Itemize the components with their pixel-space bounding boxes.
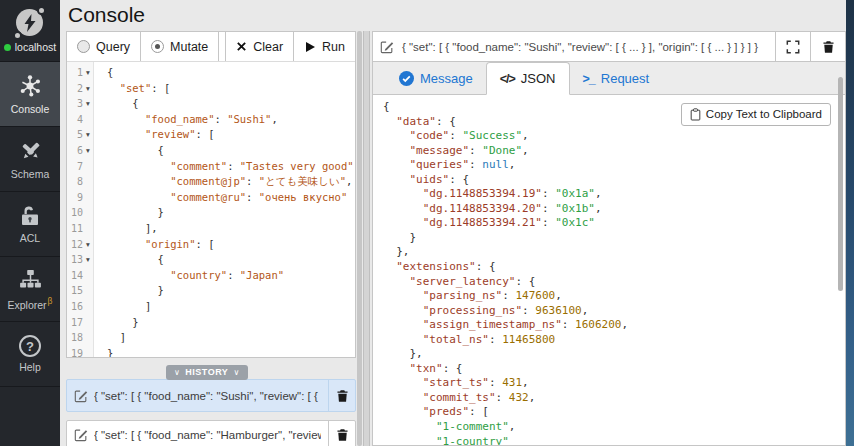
radio-selected-icon bbox=[151, 40, 164, 53]
fold-arrow-icon: ▾ bbox=[83, 65, 93, 81]
code-line: { bbox=[107, 65, 353, 81]
edit-icon bbox=[74, 428, 88, 442]
code-line: { bbox=[107, 252, 353, 268]
gutter-line[interactable]: 1▾ bbox=[67, 65, 93, 81]
sidebar-item-label: ACL bbox=[20, 232, 40, 244]
editor-panel: Query Mutate Clear Run 1▾2▾3▾45▾6▾789101… bbox=[66, 31, 356, 358]
code-line: "preds": [ bbox=[383, 405, 844, 420]
gutter-line: 14 bbox=[67, 268, 93, 284]
code-line: { bbox=[107, 96, 353, 112]
code-line: "1-country" bbox=[383, 435, 844, 445]
dgraph-logo bbox=[14, 8, 46, 38]
delete-history-button[interactable] bbox=[328, 421, 355, 446]
window-edge bbox=[846, 0, 854, 446]
connection-status-dot bbox=[4, 44, 11, 51]
gutter-line: 10 bbox=[67, 205, 93, 221]
gutter-line[interactable]: 5▾ bbox=[67, 127, 93, 143]
code-line: "extensions": { bbox=[383, 260, 844, 275]
code-line: "country": "Japan" bbox=[107, 268, 353, 284]
check-circle-icon bbox=[399, 71, 414, 86]
history-toggle[interactable]: ∨ HISTORY ∨ bbox=[166, 365, 248, 380]
tab-request[interactable]: >_ Request bbox=[570, 63, 663, 94]
sidebar-item-schema[interactable]: Schema bbox=[0, 127, 60, 192]
sidebar-item-explorer[interactable]: Explorerβ bbox=[0, 257, 60, 322]
editor-toolbar: Query Mutate Clear Run bbox=[67, 32, 355, 62]
history-item[interactable]: { "set": [ { "food_name": "Hamburger", "… bbox=[66, 420, 356, 446]
sitemap-icon bbox=[18, 268, 43, 292]
code-line: "total_ns": 11465800 bbox=[383, 333, 844, 348]
code-line: "dg.1148853394.21": "0x1c" bbox=[383, 216, 844, 231]
mutate-mode-button[interactable]: Mutate bbox=[141, 32, 219, 61]
fold-arrow-icon: ▾ bbox=[83, 96, 93, 112]
code-line: "comment": "Tastes very good", bbox=[107, 159, 353, 175]
mutation-editor[interactable]: 1▾2▾3▾45▾6▾789101112▾13▾141516171819 { "… bbox=[67, 62, 355, 357]
gutter-line[interactable]: 13▾ bbox=[67, 252, 93, 268]
response-header: { "set": [ { "food_name": "Sushi", "revi… bbox=[373, 32, 845, 62]
editor-code: { "set": [ { "food_name": "Sushi", "revi… bbox=[94, 62, 355, 357]
clipboard-icon bbox=[690, 108, 701, 121]
gutter-line: 9 bbox=[67, 190, 93, 206]
panel-splitter[interactable] bbox=[356, 31, 372, 446]
edit-icon bbox=[74, 389, 88, 403]
code-line: }, bbox=[383, 245, 844, 260]
query-mode-button[interactable]: Query bbox=[67, 32, 141, 61]
gutter-line: 15 bbox=[67, 283, 93, 299]
gutter-line: 16 bbox=[67, 299, 93, 315]
sidebar-item-connection[interactable]: localhost bbox=[0, 0, 60, 62]
trash-icon bbox=[822, 40, 835, 54]
history-item-text: { "set": [ { "food_name": "Hamburger", "… bbox=[94, 429, 321, 441]
delete-result-button[interactable] bbox=[810, 32, 845, 61]
code-line: "txn": { bbox=[383, 362, 844, 377]
sidebar-item-label: Console bbox=[11, 103, 50, 115]
code-line: "comment@jp": "とても美味しい", bbox=[107, 174, 353, 190]
code-line: "start_ts": 431, bbox=[383, 376, 844, 391]
sidebar-item-console[interactable]: Console bbox=[0, 62, 60, 127]
code-line: } bbox=[107, 205, 353, 221]
code-line: "dg.1148853394.20": "0x1b", bbox=[383, 202, 844, 217]
tab-json[interactable]: </> JSON bbox=[486, 62, 570, 95]
trash-icon bbox=[336, 389, 349, 403]
sidebar-item-label: Help bbox=[19, 361, 41, 373]
fold-arrow-icon: ▾ bbox=[83, 143, 93, 159]
gutter-line: 17 bbox=[67, 315, 93, 331]
clear-x-icon bbox=[236, 41, 247, 52]
tab-message[interactable]: Message bbox=[386, 63, 486, 94]
code-line: "food_name": "Sushi", bbox=[107, 112, 353, 128]
code-line: "commit_ts": 432, bbox=[383, 391, 844, 406]
gutter-line: 7 bbox=[67, 159, 93, 175]
gutter-line: 4 bbox=[67, 112, 93, 128]
gutter-line[interactable]: 3▾ bbox=[67, 96, 93, 112]
code-icon: </> bbox=[500, 72, 515, 86]
copy-to-clipboard-button[interactable]: Copy Text to Clipboard bbox=[681, 103, 831, 126]
code-line: } bbox=[107, 315, 353, 331]
sidebar-item-acl[interactable]: ACL bbox=[0, 192, 60, 257]
page-title: Console bbox=[68, 3, 145, 27]
radio-unselected-icon bbox=[77, 40, 90, 53]
response-scrollbar[interactable] bbox=[838, 77, 843, 291]
response-tabs: Message </> JSON >_ Request bbox=[373, 62, 845, 95]
gutter-line[interactable]: 6▾ bbox=[67, 143, 93, 159]
sidebar-item-label: Explorerβ bbox=[8, 296, 53, 311]
gutter-line[interactable]: 2▾ bbox=[67, 81, 93, 97]
code-line: "queries": null, bbox=[383, 158, 844, 173]
gutter-line[interactable]: 12▾ bbox=[67, 237, 93, 253]
code-line: { bbox=[107, 143, 353, 159]
code-line: ] bbox=[107, 330, 353, 346]
code-line: ] bbox=[107, 299, 353, 315]
terminal-icon: >_ bbox=[583, 72, 595, 86]
fold-arrow-icon: ▾ bbox=[83, 127, 93, 143]
graph-icon bbox=[17, 73, 43, 99]
code-line: "review": [ bbox=[107, 127, 353, 143]
history-item[interactable]: { "set": [ { "food_name": "Sushi", "revi… bbox=[66, 379, 356, 412]
gutter-line: 18 bbox=[67, 330, 93, 346]
delete-history-button[interactable] bbox=[328, 380, 355, 411]
collapsed-query-text[interactable]: { "set": [ { "food_name": "Sushi", "revi… bbox=[398, 41, 775, 53]
code-line: "assign_timestamp_ns": 1606200, bbox=[383, 318, 844, 333]
run-button[interactable]: Run bbox=[293, 32, 355, 61]
expand-button[interactable] bbox=[775, 32, 810, 61]
lock-icon bbox=[18, 204, 42, 228]
clear-button[interactable]: Clear bbox=[225, 32, 293, 61]
code-line: "1-comment", bbox=[383, 420, 844, 435]
sidebar-item-help[interactable]: ? Help bbox=[0, 322, 60, 387]
play-icon bbox=[304, 41, 316, 53]
